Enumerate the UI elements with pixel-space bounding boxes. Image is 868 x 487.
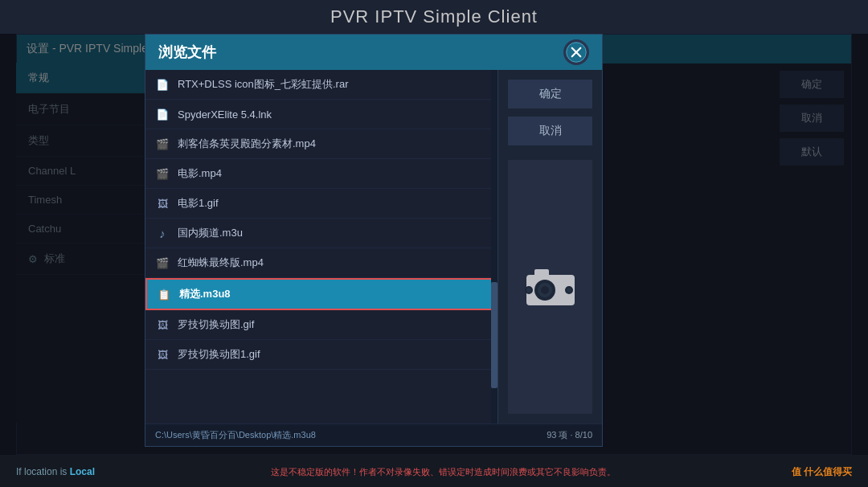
camera-preview-area: [508, 160, 592, 414]
kodi-icon: [563, 39, 589, 65]
scrollbar-track[interactable]: [491, 70, 497, 424]
site-logo: 值 什么值得买: [792, 464, 852, 479]
file-list[interactable]: RTX+DLSS icon图标_七彩虹提供.rar SpyderXElite 5…: [145, 70, 497, 424]
file-item[interactable]: 罗技切换动图.gif: [145, 310, 497, 340]
dialog-right-panel: 确定 取消: [497, 70, 602, 424]
svg-point-4: [541, 286, 549, 294]
file-path: C:\Users\黄昏百分百\Desktop\精选.m3u8: [155, 429, 316, 441]
file-item[interactable]: 电影.mp4: [145, 159, 497, 189]
file-count: 93 项 · 8/10: [547, 429, 592, 441]
file-item[interactable]: RTX+DLSS icon图标_七彩虹提供.rar: [145, 70, 497, 100]
camera-icon: [522, 263, 579, 311]
status-warning: 这是不稳定版的软件！作者不对录像失败、错误定时造成时间浪费或其它不良影响负责。: [255, 464, 632, 478]
svg-point-7: [526, 288, 531, 293]
svg-point-9: [567, 288, 571, 293]
svg-point-11: [564, 279, 571, 285]
file-item[interactable]: 电影1.gif: [145, 189, 497, 219]
dialog-header: 浏览文件: [145, 35, 602, 70]
file-icon-m3u8: [157, 287, 171, 301]
file-icon-video: [155, 137, 170, 151]
file-icon-doc: [155, 77, 170, 92]
dialog-footer: C:\Users\黄昏百分百\Desktop\精选.m3u8 93 项 · 8/…: [145, 424, 602, 446]
file-item[interactable]: 罗技切换动图1.gif: [145, 340, 497, 370]
file-browser-dialog: 浏览文件 RTX+DLSS icon图标_七彩虹提供.rar: [145, 34, 603, 447]
dialog-ok-button[interactable]: 确定: [508, 80, 592, 108]
dialog-cancel-button[interactable]: 取消: [508, 117, 592, 145]
dialog-overlay: 浏览文件 RTX+DLSS icon图标_七彩虹提供.rar: [0, 34, 868, 455]
status-bar: If location is Local 这是不稳定版的软件！作者不对录像失败、…: [0, 455, 868, 487]
file-item[interactable]: 刺客信条英灵殿跑分素材.mp4: [145, 129, 497, 159]
svg-point-10: [555, 280, 563, 288]
dialog-title: 浏览文件: [158, 43, 216, 62]
file-icon-image: [155, 347, 170, 362]
app-title: PVR IPTV Simple Client: [0, 6, 868, 27]
file-icon-video: [155, 256, 170, 270]
file-item[interactable]: 红蜘蛛最终版.mp4: [145, 248, 497, 278]
status-left: If location is Local: [16, 464, 95, 478]
svg-rect-5: [534, 269, 549, 277]
scrollbar-thumb[interactable]: [491, 282, 497, 388]
file-item-selected[interactable]: 精选.m3u8: [145, 278, 497, 310]
file-icon-image: [155, 317, 170, 332]
file-icon-doc: [155, 107, 170, 121]
file-item[interactable]: 国内频道.m3u: [145, 219, 497, 248]
dialog-body: RTX+DLSS icon图标_七彩虹提供.rar SpyderXElite 5…: [145, 70, 602, 424]
file-icon-video: [155, 166, 170, 181]
file-item[interactable]: SpyderXElite 5.4.lnk: [145, 100, 497, 129]
file-icon-music: [155, 226, 170, 240]
file-icon-image: [155, 196, 170, 211]
